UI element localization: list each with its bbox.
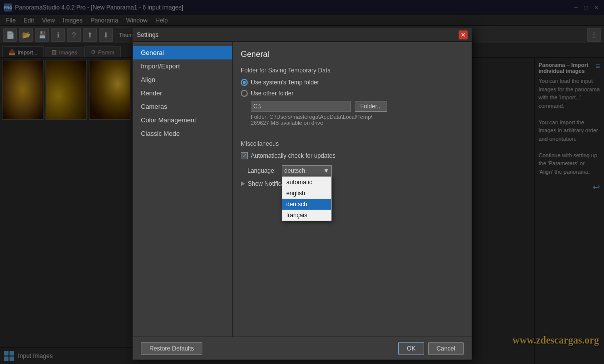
lang-deutsch[interactable]: deutsch	[282, 199, 331, 210]
language-row: Language: deutsch ▼ automatic english de…	[241, 165, 464, 176]
notification-row[interactable]: Show Notification When:	[241, 180, 464, 187]
language-select-wrapper: deutsch ▼ automatic english deutsch fran…	[282, 165, 332, 176]
auto-update-checkbox[interactable]	[241, 152, 248, 159]
language-dropdown[interactable]: deutsch ▼	[282, 165, 332, 176]
radio-system-btn[interactable]	[241, 79, 248, 86]
dialog-close-button[interactable]: ✕	[459, 30, 468, 39]
divider-1	[241, 134, 464, 134]
dialog-footer: Restore Defaults OK Cancel	[133, 337, 472, 360]
dialog-overlay: Settings ✕ General Import/Export Align R…	[0, 0, 604, 364]
radio-other-label: Use other folder	[251, 90, 293, 97]
cancel-button[interactable]: Cancel	[428, 342, 464, 355]
radio-system-temp[interactable]: Use system's Temp folder	[241, 79, 464, 86]
restore-defaults-button[interactable]: Restore Defaults	[141, 342, 202, 355]
language-label: Language:	[241, 167, 276, 174]
dialog-title: Settings	[137, 31, 459, 38]
dialog-titlebar: Settings ✕	[133, 28, 472, 42]
misc-section-title: Miscellaneous	[241, 140, 464, 147]
radio-system-label: Use system's Temp folder	[251, 79, 319, 86]
language-selected: deutsch	[284, 167, 305, 174]
folder-section-title: Folder for Saving Temporary Data	[241, 67, 464, 74]
folder-input[interactable]	[251, 101, 351, 112]
nav-import-export[interactable]: Import/Export	[133, 59, 232, 73]
nav-align[interactable]: Align	[133, 73, 232, 86]
folder-info: Folder: C:\Users\masterega\AppData\Local…	[251, 114, 464, 126]
settings-nav: General Import/Export Align Render Camer…	[133, 42, 233, 337]
dialog-body: General Import/Export Align Render Camer…	[133, 42, 472, 337]
settings-content: General Folder for Saving Temporary Data…	[233, 42, 472, 337]
language-popup: automatic english deutsch français	[282, 176, 332, 221]
radio-other-btn[interactable]	[241, 90, 248, 97]
radio-other-folder[interactable]: Use other folder	[241, 90, 464, 97]
nav-classic-mode[interactable]: Classic Mode	[133, 127, 232, 140]
nav-color-management[interactable]: Color Management	[133, 113, 232, 127]
dropdown-arrow: ▼	[323, 167, 329, 174]
nav-render[interactable]: Render	[133, 86, 232, 100]
ok-button[interactable]: OK	[398, 342, 424, 355]
folder-button[interactable]: Folder...	[355, 101, 387, 112]
settings-title: General	[241, 50, 464, 59]
folder-row: Folder...	[251, 101, 464, 112]
auto-update-row[interactable]: Automatically check for updates	[241, 152, 464, 159]
nav-general[interactable]: General	[133, 46, 232, 59]
nav-cameras[interactable]: Cameras	[133, 100, 232, 113]
lang-english[interactable]: english	[282, 188, 331, 199]
auto-update-label: Automatically check for updates	[251, 152, 335, 159]
lang-automatic[interactable]: automatic	[282, 177, 331, 188]
lang-francais[interactable]: français	[282, 210, 331, 221]
settings-dialog: Settings ✕ General Import/Export Align R…	[132, 27, 472, 360]
notification-expand[interactable]	[241, 181, 245, 186]
